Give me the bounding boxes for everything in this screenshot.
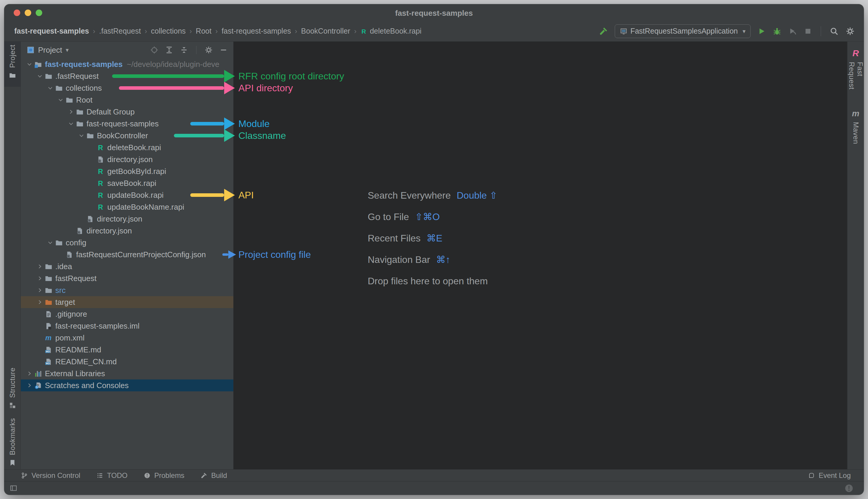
chevron-expanded-icon[interactable] <box>24 61 34 67</box>
project-tool-window: Project ▾ fast-request-samples~/develop/… <box>21 41 233 469</box>
tree-row[interactable]: MDREADME_CN.md <box>21 356 233 367</box>
tree-item-label: directory.json <box>107 155 153 164</box>
chevron-expanded-icon[interactable] <box>35 73 45 79</box>
breadcrumb-separator-icon: › <box>93 27 95 35</box>
tree-row[interactable]: Scratches and Consoles <box>21 379 233 391</box>
breadcrumb-item[interactable]: fast-request-samples <box>14 27 89 35</box>
tool-window-button-problems[interactable]: Problems <box>144 471 184 480</box>
debug-icon[interactable] <box>772 27 781 36</box>
tool-window-button-version-control[interactable]: Version Control <box>21 471 80 480</box>
chevron-expanded-icon[interactable] <box>45 240 55 246</box>
tree-row[interactable]: src <box>21 284 233 296</box>
breadcrumb-item[interactable]: collections <box>151 27 186 35</box>
chevron-expanded-icon[interactable] <box>45 85 55 91</box>
run-with-coverage-icon[interactable] <box>788 27 797 36</box>
tree-row[interactable]: directory.json <box>21 213 233 225</box>
folder-stripe-icon <box>9 71 16 79</box>
panel-settings-gear-icon[interactable] <box>204 46 213 54</box>
chevron-down-icon[interactable]: ▾ <box>66 46 69 53</box>
md-icon: MD <box>45 346 55 354</box>
tree-row[interactable]: RsaveBook.rapi <box>21 177 233 189</box>
locate-file-icon[interactable] <box>150 46 159 54</box>
tree-row[interactable]: .fastRequest <box>21 70 233 82</box>
tree-item-label: config <box>66 238 86 247</box>
chevron-expanded-icon[interactable] <box>55 97 65 103</box>
tree-item-label: .idea <box>55 262 72 271</box>
tree-row[interactable]: fast-request-samples.iml <box>21 320 233 332</box>
tree-item-label: Scratches and Consoles <box>45 381 129 390</box>
folder-icon <box>45 287 55 294</box>
folder-icon <box>86 132 96 140</box>
tool-window-button-build[interactable]: Build <box>200 471 227 480</box>
breadcrumb-item[interactable]: BookController <box>301 27 350 35</box>
event-log-button[interactable]: Event Log <box>808 471 851 480</box>
tool-window-button-label: Build <box>211 471 227 480</box>
chevron-collapsed-icon[interactable] <box>35 299 45 305</box>
todo-icon <box>96 472 103 479</box>
stripe-tab-structure[interactable]: Structure <box>4 365 21 411</box>
tree-item-label: updateBook.rapi <box>107 191 163 200</box>
tree-row[interactable]: fastRequestCurrentProjectConfig.json <box>21 248 233 260</box>
editor-area[interactable] <box>233 41 847 469</box>
tool-window-button-label: Version Control <box>32 471 80 480</box>
tree-row[interactable]: .gitignore <box>21 308 233 320</box>
title-bar[interactable]: fast-request-samples <box>4 4 864 21</box>
stop-icon[interactable] <box>804 27 813 36</box>
tree-row[interactable]: target <box>21 296 233 308</box>
tree-row[interactable]: mpom.xml <box>21 332 233 344</box>
collapse-all-icon[interactable] <box>179 46 188 54</box>
chevron-collapsed-icon[interactable] <box>35 275 45 281</box>
breadcrumb-separator-icon: › <box>190 27 192 35</box>
tree-item-label: README.md <box>55 345 101 354</box>
stripe-tab-fast-request[interactable]: RFast Request <box>847 45 864 102</box>
stripe-tab-bookmarks[interactable]: Bookmarks <box>4 415 21 465</box>
svg-text:R: R <box>98 203 103 211</box>
breadcrumb-file-item[interactable]: RdeleteBook.rapi <box>360 27 422 35</box>
settings-gear-icon[interactable] <box>845 26 855 36</box>
build-hammer-icon[interactable] <box>599 26 608 36</box>
toggle-stripes-icon[interactable] <box>10 484 17 492</box>
tree-row[interactable]: External Libraries <box>21 367 233 379</box>
balloon-icon <box>808 472 815 479</box>
tree-row[interactable]: RdeleteBook.rapi <box>21 142 233 154</box>
tree-row[interactable]: RupdateBookName.rapi <box>21 201 233 213</box>
tree-row[interactable]: Default Group <box>21 106 233 118</box>
expand-all-icon[interactable] <box>165 46 174 54</box>
tree-row[interactable]: fastRequest <box>21 272 233 284</box>
chevron-collapsed-icon[interactable] <box>35 287 45 293</box>
hide-panel-icon[interactable] <box>219 46 228 54</box>
tree-row[interactable]: directory.json <box>21 225 233 237</box>
alert-icon[interactable] <box>844 484 854 493</box>
tree-row[interactable]: directory.json <box>21 154 233 165</box>
tree-item-label: .gitignore <box>55 309 87 319</box>
tree-row[interactable]: BookController <box>21 130 233 142</box>
run-configuration-select[interactable]: FastRequestSamplesApplication ▾ <box>615 24 751 38</box>
search-icon[interactable] <box>829 26 839 36</box>
hammer-icon <box>200 472 208 479</box>
tree-row[interactable]: fast-request-samples~/develop/idea/plugi… <box>21 58 233 70</box>
tree-row[interactable]: RupdateBook.rapi <box>21 189 233 201</box>
chevron-expanded-icon[interactable] <box>66 121 76 127</box>
stripe-tab-maven[interactable]: mMaven <box>847 106 864 145</box>
tree-row[interactable]: Root <box>21 94 233 106</box>
stripe-tab-project[interactable]: Project <box>4 41 21 87</box>
chevron-collapsed-icon[interactable] <box>66 109 76 115</box>
tree-row[interactable]: RgetBookById.rapi <box>21 165 233 177</box>
tree-row[interactable]: collections <box>21 82 233 94</box>
project-panel-title[interactable]: Project <box>38 46 62 55</box>
breadcrumb-item[interactable]: .fastRequest <box>99 27 140 35</box>
tree-item-path: ~/develop/idea/plugin-deve <box>127 60 220 69</box>
breadcrumb-item[interactable]: fast-request-samples <box>222 27 291 35</box>
chevron-collapsed-icon[interactable] <box>24 370 34 377</box>
chevron-collapsed-icon[interactable] <box>35 264 45 269</box>
tool-window-button-todo[interactable]: TODO <box>96 471 127 480</box>
chevron-expanded-icon[interactable] <box>76 133 86 138</box>
tree-row[interactable]: MDREADME.md <box>21 344 233 356</box>
tree-row[interactable]: fast-request-samples <box>21 118 233 130</box>
tree-row[interactable]: .idea <box>21 260 233 272</box>
run-icon[interactable] <box>757 27 766 36</box>
breadcrumb-item[interactable]: Root <box>196 27 212 35</box>
maven-logo-icon: m <box>852 109 859 118</box>
tree-row[interactable]: config <box>21 237 233 248</box>
chevron-collapsed-icon[interactable] <box>24 382 34 388</box>
